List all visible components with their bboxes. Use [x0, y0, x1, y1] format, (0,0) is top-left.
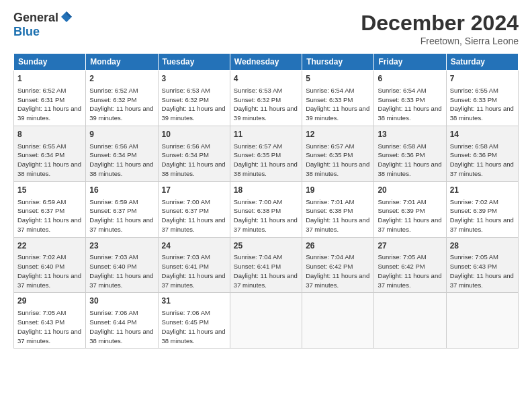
table-row: [302, 293, 374, 349]
day-info: Sunrise: 7:05 AM Sunset: 6:43 PM Dayligh…: [450, 253, 515, 289]
day-info: Sunrise: 7:04 AM Sunset: 6:41 PM Dayligh…: [234, 253, 298, 289]
table-row: 17Sunrise: 7:00 AM Sunset: 6:37 PM Dayli…: [158, 181, 230, 237]
day-number: 20: [378, 185, 442, 196]
table-row: 21Sunrise: 7:02 AM Sunset: 6:39 PM Dayli…: [446, 181, 518, 237]
calendar-week-row: 15Sunrise: 6:59 AM Sunset: 6:37 PM Dayli…: [14, 181, 519, 237]
location: Freetown, Sierra Leone: [361, 36, 519, 46]
day-info: Sunrise: 6:52 AM Sunset: 6:32 PM Dayligh…: [89, 86, 154, 123]
day-info: Sunrise: 7:04 AM Sunset: 6:42 PM Dayligh…: [306, 253, 370, 289]
day-info: Sunrise: 6:57 AM Sunset: 6:35 PM Dayligh…: [234, 142, 298, 179]
table-row: 10Sunrise: 6:56 AM Sunset: 6:34 PM Dayli…: [158, 126, 230, 181]
day-info: Sunrise: 7:06 AM Sunset: 6:45 PM Dayligh…: [162, 308, 226, 345]
table-row: 14Sunrise: 6:58 AM Sunset: 6:36 PM Dayli…: [446, 126, 518, 181]
day-info: Sunrise: 6:59 AM Sunset: 6:37 PM Dayligh…: [89, 197, 154, 234]
day-number: 17: [162, 185, 226, 196]
table-row: 16Sunrise: 6:59 AM Sunset: 6:37 PM Dayli…: [86, 181, 158, 237]
day-info: Sunrise: 7:06 AM Sunset: 6:44 PM Dayligh…: [89, 308, 154, 345]
day-number: 29: [17, 295, 82, 307]
table-row: 4Sunrise: 6:53 AM Sunset: 6:32 PM Daylig…: [230, 71, 302, 126]
day-info: Sunrise: 7:01 AM Sunset: 6:38 PM Dayligh…: [306, 197, 370, 234]
table-row: 27Sunrise: 7:05 AM Sunset: 6:42 PM Dayli…: [374, 237, 446, 293]
day-info: Sunrise: 7:02 AM Sunset: 6:39 PM Dayligh…: [450, 197, 515, 234]
table-row: 9Sunrise: 6:56 AM Sunset: 6:34 PM Daylig…: [86, 126, 158, 181]
day-number: 13: [378, 129, 442, 140]
day-info: Sunrise: 6:56 AM Sunset: 6:34 PM Dayligh…: [89, 142, 154, 179]
day-number: 27: [378, 240, 442, 252]
table-row: 1Sunrise: 6:52 AM Sunset: 6:31 PM Daylig…: [14, 71, 86, 126]
table-row: 22Sunrise: 7:02 AM Sunset: 6:40 PM Dayli…: [14, 237, 86, 293]
table-row: 6Sunrise: 6:54 AM Sunset: 6:33 PM Daylig…: [374, 71, 446, 126]
table-row: 19Sunrise: 7:01 AM Sunset: 6:38 PM Dayli…: [302, 181, 374, 237]
day-info: Sunrise: 7:02 AM Sunset: 6:40 PM Dayligh…: [17, 253, 82, 289]
table-row: 13Sunrise: 6:58 AM Sunset: 6:36 PM Dayli…: [374, 126, 446, 181]
logo-icon: [60, 10, 73, 24]
day-info: Sunrise: 7:03 AM Sunset: 6:41 PM Dayligh…: [162, 253, 226, 289]
calendar-header-row: Sunday Monday Tuesday Wednesday Thursday…: [14, 54, 519, 71]
day-number: 18: [234, 185, 298, 196]
header: General Blue December 2024 Freetown, Sie…: [13, 11, 519, 46]
col-monday: Monday: [86, 54, 158, 71]
day-number: 7: [450, 73, 515, 85]
table-row: 8Sunrise: 6:55 AM Sunset: 6:34 PM Daylig…: [14, 126, 86, 181]
calendar-week-row: 22Sunrise: 7:02 AM Sunset: 6:40 PM Dayli…: [14, 237, 519, 293]
col-saturday: Saturday: [446, 54, 518, 71]
day-number: 26: [306, 240, 370, 252]
day-number: 25: [234, 240, 298, 252]
col-sunday: Sunday: [14, 54, 86, 71]
table-row: [374, 293, 446, 349]
day-number: 14: [450, 129, 515, 140]
day-info: Sunrise: 7:05 AM Sunset: 6:43 PM Dayligh…: [17, 308, 82, 345]
table-row: 24Sunrise: 7:03 AM Sunset: 6:41 PM Dayli…: [158, 237, 230, 293]
day-number: 6: [378, 73, 442, 85]
day-info: Sunrise: 6:59 AM Sunset: 6:37 PM Dayligh…: [17, 197, 82, 234]
calendar-week-row: 1Sunrise: 6:52 AM Sunset: 6:31 PM Daylig…: [14, 71, 519, 126]
day-number: 4: [234, 73, 298, 85]
logo-blue: Blue: [13, 25, 40, 39]
day-number: 11: [234, 129, 298, 140]
day-info: Sunrise: 6:55 AM Sunset: 6:33 PM Dayligh…: [450, 86, 515, 123]
table-row: 23Sunrise: 7:03 AM Sunset: 6:40 PM Dayli…: [86, 237, 158, 293]
table-row: 2Sunrise: 6:52 AM Sunset: 6:32 PM Daylig…: [86, 71, 158, 126]
col-wednesday: Wednesday: [230, 54, 302, 71]
col-tuesday: Tuesday: [158, 54, 230, 71]
day-number: 15: [17, 185, 82, 196]
day-number: 21: [450, 185, 515, 196]
day-info: Sunrise: 6:54 AM Sunset: 6:33 PM Dayligh…: [378, 86, 442, 123]
day-info: Sunrise: 7:00 AM Sunset: 6:37 PM Dayligh…: [162, 197, 226, 234]
table-row: 15Sunrise: 6:59 AM Sunset: 6:37 PM Dayli…: [14, 181, 86, 237]
day-number: 16: [89, 185, 154, 196]
day-info: Sunrise: 6:53 AM Sunset: 6:32 PM Dayligh…: [234, 86, 298, 123]
table-row: 12Sunrise: 6:57 AM Sunset: 6:35 PM Dayli…: [302, 126, 374, 181]
table-row: 29Sunrise: 7:05 AM Sunset: 6:43 PM Dayli…: [14, 293, 86, 349]
day-info: Sunrise: 6:56 AM Sunset: 6:34 PM Dayligh…: [162, 142, 226, 179]
day-number: 5: [306, 73, 370, 85]
day-info: Sunrise: 7:00 AM Sunset: 6:38 PM Dayligh…: [234, 197, 298, 234]
table-row: 18Sunrise: 7:00 AM Sunset: 6:38 PM Dayli…: [230, 181, 302, 237]
day-number: 12: [306, 129, 370, 140]
day-number: 1: [17, 73, 82, 85]
table-row: 3Sunrise: 6:53 AM Sunset: 6:32 PM Daylig…: [158, 71, 230, 126]
day-info: Sunrise: 6:55 AM Sunset: 6:34 PM Dayligh…: [17, 142, 82, 179]
day-info: Sunrise: 7:01 AM Sunset: 6:39 PM Dayligh…: [378, 197, 442, 234]
day-number: 8: [17, 129, 82, 140]
logo-general: General: [13, 11, 58, 25]
day-info: Sunrise: 6:58 AM Sunset: 6:36 PM Dayligh…: [450, 142, 515, 179]
day-info: Sunrise: 6:53 AM Sunset: 6:32 PM Dayligh…: [162, 86, 226, 123]
table-row: [230, 293, 302, 349]
calendar-week-row: 29Sunrise: 7:05 AM Sunset: 6:43 PM Dayli…: [14, 293, 519, 349]
table-row: 5Sunrise: 6:54 AM Sunset: 6:33 PM Daylig…: [302, 71, 374, 126]
day-number: 9: [89, 129, 154, 140]
day-number: 30: [89, 295, 154, 307]
day-number: 28: [450, 240, 515, 252]
table-row: [446, 293, 518, 349]
table-row: 20Sunrise: 7:01 AM Sunset: 6:39 PM Dayli…: [374, 181, 446, 237]
day-info: Sunrise: 7:03 AM Sunset: 6:40 PM Dayligh…: [89, 253, 154, 289]
day-number: 2: [89, 73, 154, 85]
table-row: 26Sunrise: 7:04 AM Sunset: 6:42 PM Dayli…: [302, 237, 374, 293]
page: General Blue December 2024 Freetown, Sie…: [0, 0, 532, 411]
day-number: 19: [306, 185, 370, 196]
table-row: 11Sunrise: 6:57 AM Sunset: 6:35 PM Dayli…: [230, 126, 302, 181]
day-number: 22: [17, 240, 82, 252]
day-info: Sunrise: 6:58 AM Sunset: 6:36 PM Dayligh…: [378, 142, 442, 179]
day-number: 3: [162, 73, 226, 85]
